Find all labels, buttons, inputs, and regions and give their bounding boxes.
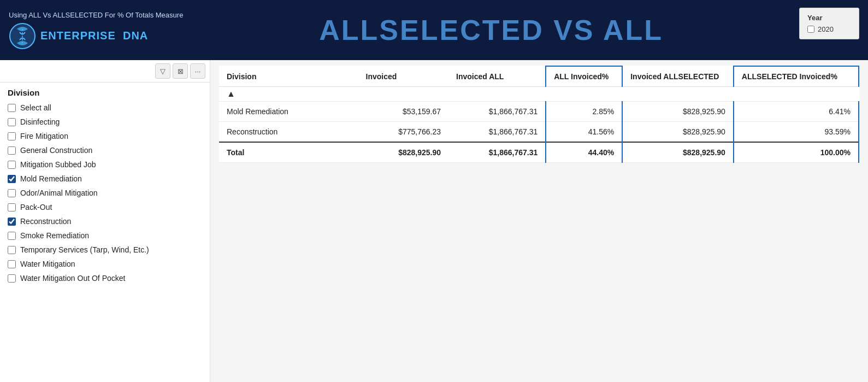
sidebar-checkbox-1[interactable] <box>8 118 16 126</box>
td-invoiced-all: $1,866,767.31 <box>448 102 546 122</box>
sidebar-item-label: Pack-Out <box>20 203 52 211</box>
more-button[interactable]: ··· <box>190 63 205 79</box>
td-total-allsel-pct: 100.00% <box>734 142 859 163</box>
sidebar-checkbox-5[interactable] <box>8 175 16 183</box>
sidebar-item-label: Disinfecting <box>20 117 60 126</box>
sidebar-checkbox-4[interactable] <box>8 161 16 169</box>
sidebar-checkbox-9[interactable] <box>8 232 16 240</box>
sidebar-item-label: Mold Remediation <box>20 174 82 183</box>
content-area: Division Invoiced Invoiced ALL ALL Invoi… <box>210 60 868 382</box>
data-table: Division Invoiced Invoiced ALL ALL Invoi… <box>219 66 859 163</box>
sidebar-item[interactable]: Smoke Remediation <box>0 228 210 243</box>
table-row: Reconstruction $775,766.23 $1,866,767.31… <box>219 122 859 143</box>
filter-icon: ▽ <box>160 67 166 75</box>
th-allselected-pct: ALLSELECTED Invoiced% <box>734 66 859 87</box>
td-allsel-pct: 93.59% <box>734 122 859 143</box>
td-total-invoiced-all: $1,866,767.31 <box>448 142 546 163</box>
td-total-invoiced: $828,925.90 <box>358 142 448 163</box>
sidebar-checkbox-0[interactable] <box>8 104 16 112</box>
header-left: Using ALL Vs ALLSELECTED For % Of Totals… <box>9 11 183 50</box>
sidebar-item-label: Reconstruction <box>20 217 71 226</box>
sidebar: ▽ ⊠ ··· Division Select allDisinfectingF… <box>0 60 210 382</box>
more-icon: ··· <box>195 67 201 75</box>
sort-arrow-icon: ▲ <box>227 89 235 98</box>
logo-dna-text: DNA <box>123 30 148 42</box>
table-row: Mold Remediation $53,159.67 $1,866,767.3… <box>219 102 859 122</box>
sidebar-toolbar: ▽ ⊠ ··· <box>0 60 210 83</box>
td-invoiced-all: $1,866,767.31 <box>448 122 546 143</box>
th-division: Division <box>219 66 358 87</box>
td-allsel-pct: 6.41% <box>734 102 859 122</box>
td-total-all-pct: 44.40% <box>546 142 622 163</box>
sidebar-checkbox-11[interactable] <box>8 260 16 268</box>
sidebar-checkbox-12[interactable] <box>8 274 16 283</box>
td-total-inv-allsel: $828,925.90 <box>622 142 734 163</box>
td-division: Reconstruction <box>219 122 358 143</box>
dna-icon <box>9 22 36 50</box>
sidebar-item[interactable]: Water Mitigation Out Of Pocket <box>0 271 210 285</box>
sidebar-item-label: Odor/Animal Mitigation <box>20 189 98 197</box>
sidebar-item-label: Smoke Remediation <box>20 231 89 240</box>
sidebar-item[interactable]: Odor/Animal Mitigation <box>0 186 210 200</box>
sidebar-item[interactable]: Fire Mitigation <box>0 129 210 143</box>
sidebar-item[interactable]: Disinfecting <box>0 115 210 129</box>
td-inv-allsel: $828,925.90 <box>622 122 734 143</box>
year-label: Year <box>807 14 851 22</box>
sidebar-item-label: Select all <box>20 103 51 112</box>
td-division: Mold Remediation <box>219 102 358 122</box>
sidebar-checkbox-2[interactable] <box>8 132 16 140</box>
header: Using ALL Vs ALLSELECTED For % Of Totals… <box>0 0 868 60</box>
filter-button[interactable]: ▽ <box>155 63 170 79</box>
td-all-pct: 41.56% <box>546 122 622 143</box>
sidebar-item[interactable]: Pack-Out <box>0 200 210 214</box>
sidebar-checkbox-8[interactable] <box>8 218 16 226</box>
th-invoiced-all: Invoiced ALL <box>448 66 546 87</box>
sidebar-item[interactable]: Mitigation Subbed Job <box>0 157 210 172</box>
main-area: ▽ ⊠ ··· Division Select allDisinfectingF… <box>0 60 868 382</box>
sidebar-item-label: Mitigation Subbed Job <box>20 160 96 169</box>
logo-area: ENTERPRISE DNA <box>9 22 183 50</box>
year-2020-checkbox[interactable] <box>807 26 814 33</box>
sidebar-item[interactable]: Water Mitigation <box>0 257 210 271</box>
sidebar-item-label: Water Mitigation Out Of Pocket <box>20 274 125 283</box>
year-2020-label: 2020 <box>818 25 834 33</box>
td-inv-allsel: $828,925.90 <box>622 102 734 122</box>
sidebar-item[interactable]: Temporary Services (Tarp, Wind, Etc.) <box>0 243 210 257</box>
header-subtitle: Using ALL Vs ALLSELECTED For % Of Totals… <box>9 11 183 19</box>
td-all-pct: 2.85% <box>546 102 622 122</box>
logo-enterprise: ENTERPRISE <box>40 30 116 42</box>
table-total-row: Total $828,925.90 $1,866,767.31 44.40% $… <box>219 142 859 163</box>
th-invoiced-allselected: Invoiced ALLSELECTED <box>622 66 734 87</box>
year-panel: Year 2020 <box>799 8 859 39</box>
sidebar-item-label: General Construction <box>20 146 92 155</box>
logo-text: ENTERPRISE DNA <box>40 30 148 42</box>
sidebar-item-label: Temporary Services (Tarp, Wind, Etc.) <box>20 245 149 254</box>
clear-filter-button[interactable]: ⊠ <box>173 63 188 79</box>
sidebar-checkbox-7[interactable] <box>8 203 16 211</box>
sidebar-checkbox-3[interactable] <box>8 146 16 155</box>
sidebar-scroll: Select allDisinfectingFire MitigationGen… <box>0 101 210 382</box>
th-invoiced: Invoiced <box>358 66 448 87</box>
sidebar-title: Division <box>0 83 210 101</box>
clear-filter-icon: ⊠ <box>178 67 184 75</box>
th-all-invoiced-pct: ALL Invoiced% <box>546 66 622 87</box>
sidebar-item[interactable]: General Construction <box>0 143 210 157</box>
sidebar-item-label: Fire Mitigation <box>20 132 68 140</box>
sidebar-item-label: Water Mitigation <box>20 260 75 268</box>
sidebar-item[interactable]: Mold Remediation <box>0 172 210 186</box>
header-title: ALLSELECTED VS ALL <box>183 14 799 46</box>
td-total-label: Total <box>219 142 358 163</box>
sidebar-item[interactable]: Reconstruction <box>0 214 210 228</box>
sidebar-item[interactable]: Select all <box>0 101 210 115</box>
sidebar-checkbox-10[interactable] <box>8 246 16 254</box>
td-invoiced: $775,766.23 <box>358 122 448 143</box>
sidebar-checkbox-6[interactable] <box>8 189 16 197</box>
td-invoiced: $53,159.67 <box>358 102 448 122</box>
year-2020-option[interactable]: 2020 <box>807 25 851 33</box>
